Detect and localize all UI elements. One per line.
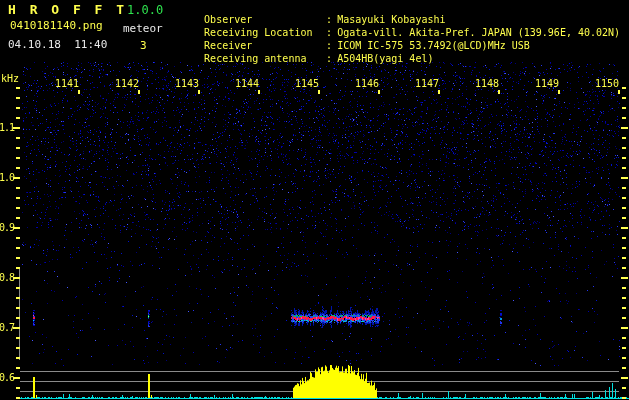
freq-minor-tick xyxy=(16,397,20,399)
freq-minor-tick-right xyxy=(622,297,626,299)
freq-minor-tick-right xyxy=(622,247,626,249)
freq-tick-label: 0.7 xyxy=(0,322,14,333)
time-tick-label: 1149 xyxy=(529,78,559,89)
time-tick-label: 1146 xyxy=(349,78,379,89)
time-tick-label: 1148 xyxy=(469,78,499,89)
freq-minor-tick-right xyxy=(622,367,626,369)
freq-minor-tick-right xyxy=(622,87,626,89)
freq-major-tick-right xyxy=(621,327,628,329)
freq-minor-tick xyxy=(16,167,20,169)
freq-minor-tick-right xyxy=(622,237,626,239)
freq-minor-tick xyxy=(16,287,20,289)
axes-layer: 1141114211431144114511461147114811491150… xyxy=(0,0,629,400)
freq-major-tick xyxy=(13,377,20,379)
freq-major-tick xyxy=(13,127,20,129)
freq-major-tick-right xyxy=(621,377,628,379)
freq-minor-tick xyxy=(16,237,20,239)
freq-minor-tick xyxy=(16,257,20,259)
time-tick xyxy=(378,90,380,94)
time-tick-label: 1142 xyxy=(109,78,139,89)
freq-major-tick xyxy=(13,277,20,279)
time-tick xyxy=(258,90,260,94)
freq-minor-tick xyxy=(16,97,20,99)
freq-minor-tick-right xyxy=(622,287,626,289)
freq-minor-tick xyxy=(16,357,20,359)
freq-minor-tick xyxy=(16,187,20,189)
freq-minor-tick xyxy=(16,337,20,339)
time-tick xyxy=(78,90,80,94)
freq-minor-tick-right xyxy=(622,97,626,99)
freq-tick-label: 0.6 xyxy=(0,372,14,383)
time-tick xyxy=(498,90,500,94)
time-tick xyxy=(138,90,140,94)
freq-minor-tick xyxy=(16,217,20,219)
freq-minor-tick xyxy=(16,137,20,139)
freq-minor-tick-right xyxy=(622,387,626,389)
freq-minor-tick xyxy=(16,297,20,299)
freq-minor-tick xyxy=(16,107,20,109)
freq-minor-tick xyxy=(16,387,20,389)
time-tick-label: 1145 xyxy=(289,78,319,89)
freq-minor-tick-right xyxy=(622,197,626,199)
time-tick xyxy=(438,90,440,94)
freq-minor-tick-right xyxy=(622,357,626,359)
freq-minor-tick-right xyxy=(622,157,626,159)
freq-minor-tick xyxy=(16,247,20,249)
time-tick xyxy=(558,90,560,94)
freq-minor-tick-right xyxy=(622,187,626,189)
freq-major-tick-right xyxy=(621,227,628,229)
time-tick xyxy=(198,90,200,94)
time-tick-label: 1147 xyxy=(409,78,439,89)
freq-minor-tick xyxy=(16,347,20,349)
freq-tick-label: 1.1 xyxy=(0,122,14,133)
freq-minor-tick-right xyxy=(622,137,626,139)
freq-minor-tick-right xyxy=(622,167,626,169)
freq-minor-tick xyxy=(16,267,20,269)
freq-major-tick xyxy=(13,177,20,179)
freq-minor-tick-right xyxy=(622,397,626,399)
freq-minor-tick xyxy=(16,147,20,149)
time-tick xyxy=(618,90,620,94)
freq-minor-tick-right xyxy=(622,347,626,349)
time-tick-label: 1150 xyxy=(589,78,619,89)
freq-tick-label: 0.8 xyxy=(0,272,14,283)
freq-major-tick xyxy=(13,227,20,229)
freq-major-tick xyxy=(13,327,20,329)
freq-minor-tick-right xyxy=(622,307,626,309)
freq-major-tick-right xyxy=(621,127,628,129)
freq-tick-label: 0.9 xyxy=(0,222,14,233)
freq-major-tick-right xyxy=(621,277,628,279)
freq-minor-tick xyxy=(16,157,20,159)
freq-minor-tick-right xyxy=(622,147,626,149)
freq-minor-tick xyxy=(16,197,20,199)
freq-minor-tick xyxy=(16,317,20,319)
freq-minor-tick xyxy=(16,117,20,119)
freq-minor-tick-right xyxy=(622,217,626,219)
time-tick-label: 1144 xyxy=(229,78,259,89)
time-tick-label: 1141 xyxy=(49,78,79,89)
freq-major-tick-right xyxy=(621,177,628,179)
freq-minor-tick xyxy=(16,307,20,309)
freq-minor-tick-right xyxy=(622,107,626,109)
freq-minor-tick xyxy=(16,207,20,209)
freq-minor-tick-right xyxy=(622,117,626,119)
freq-minor-tick xyxy=(16,367,20,369)
freq-minor-tick-right xyxy=(622,267,626,269)
freq-minor-tick-right xyxy=(622,337,626,339)
freq-minor-tick-right xyxy=(622,257,626,259)
time-tick-label: 1143 xyxy=(169,78,199,89)
freq-minor-tick-right xyxy=(622,207,626,209)
freq-tick-label: 1.0 xyxy=(0,172,14,183)
hrofft-screen: H R O F F T 1.0.0 0410181140.png meteor … xyxy=(0,0,629,400)
freq-minor-tick-right xyxy=(622,317,626,319)
freq-minor-tick xyxy=(16,87,20,89)
time-tick xyxy=(318,90,320,94)
